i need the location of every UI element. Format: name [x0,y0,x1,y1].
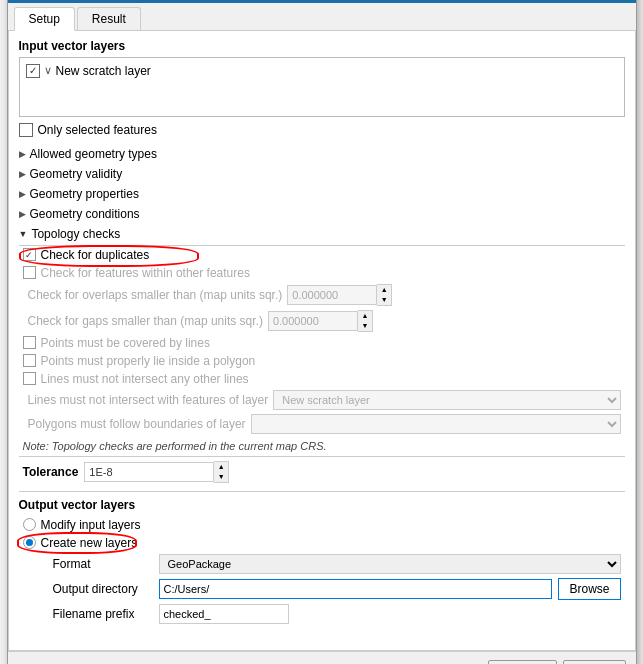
check-features-within-row: Check for features within other features [19,264,625,282]
section-label-3: Geometry conditions [30,207,140,221]
main-content: Input vector layers ✓ ∨ New scratch laye… [8,31,636,651]
output-section-label: Output vector layers [19,498,625,512]
triangle-icon-2: ▶ [19,189,26,199]
section-label-0: Allowed geometry types [30,147,157,161]
check-overlaps-row: Check for overlaps smaller than (map uni… [19,282,625,308]
section-geometry-conditions-toggle[interactable]: ▶ Geometry conditions [19,205,625,223]
radio-create-row: Create new layers [19,534,625,552]
section-allowed-geometry-toggle[interactable]: ▶ Allowed geometry types [19,145,625,163]
triangle-icon-3: ▶ [19,209,26,219]
tolerance-spin-up[interactable]: ▲ [214,462,228,472]
check-points-covered-label: Points must be covered by lines [41,336,210,350]
section-topology-checks: ▼ Topology checks [19,225,625,243]
check-gaps-label: Check for gaps smaller than (map units s… [28,314,263,328]
check-overlaps-input[interactable] [287,285,377,305]
section-geometry-properties-toggle[interactable]: ▶ Geometry properties [19,185,625,203]
output-dir-input[interactable] [159,579,553,599]
radio-modify-label: Modify input layers [41,518,141,532]
button-bar: Close Help [8,651,636,665]
triangle-icon: ▶ [19,149,26,159]
layer-name-label: New scratch layer [56,64,151,78]
section-geometry-conditions: ▶ Geometry conditions [19,205,625,223]
check-duplicates-checkbox[interactable]: ✓ [23,248,36,261]
section-geometry-properties: ▶ Geometry properties [19,185,625,203]
check-polygons-label: Polygons must follow boundaries of layer [28,417,246,431]
check-features-within-checkbox[interactable] [23,266,36,279]
overlaps-spin-down[interactable]: ▼ [377,295,391,305]
section-label-2: Geometry properties [30,187,139,201]
gaps-spin-up[interactable]: ▲ [358,311,372,321]
only-selected-checkbox[interactable]: ✓ [19,123,33,137]
section-geometry-validity: ▶ Geometry validity [19,165,625,183]
section-geometry-validity-toggle[interactable]: ▶ Geometry validity [19,165,625,183]
bottom-spacer [19,626,625,642]
tolerance-input[interactable] [84,462,214,482]
check-lines-intersect-checkbox[interactable] [23,372,36,385]
check-polygons-row: Polygons must follow boundaries of layer [19,412,625,436]
tolerance-spin-arrows: ▲ ▼ [214,461,229,483]
only-selected-label: Only selected features [38,123,157,137]
check-points-polygon-checkbox[interactable] [23,354,36,367]
radio-modify-row: Modify input layers [19,516,625,534]
check-points-polygon-label: Points must properly lie inside a polygo… [41,354,256,368]
check-duplicates-row: ✓ Check for duplicates [19,246,625,264]
prefix-input[interactable] [159,604,289,624]
check-gaps-row: Check for gaps smaller than (map units s… [19,308,625,334]
tab-bar: Setup Result [8,3,636,31]
gaps-spin-down[interactable]: ▼ [358,321,372,331]
check-duplicates-label: Check for duplicates [41,248,150,262]
layer-vector-icon: ∨ [44,64,52,77]
format-row: Format GeoPackage [49,552,625,576]
output-dir-label: Output directory [53,582,153,596]
check-points-polygon-row: Points must properly lie inside a polygo… [19,352,625,370]
prefix-label: Filename prefix [53,607,153,621]
check-overlaps-label: Check for overlaps smaller than (map uni… [28,288,283,302]
only-selected-row: ✓ Only selected features [19,123,625,137]
input-section-label: Input vector layers [19,39,625,53]
section-topology-checks-toggle[interactable]: ▼ Topology checks [19,225,625,243]
tolerance-row: Tolerance ▲ ▼ [19,456,625,487]
tolerance-spin-down[interactable]: ▼ [214,472,228,482]
dialog: Q Check Geometries × Setup Result Input … [7,0,637,664]
radio-create[interactable] [23,536,36,549]
help-button[interactable]: Help [563,660,626,665]
tolerance-label: Tolerance [23,465,79,479]
topology-checks-content: ✓ Check for duplicates Check for feature… [19,245,625,436]
section-allowed-geometry: ▶ Allowed geometry types [19,145,625,163]
overlaps-spin-arrows: ▲ ▼ [377,284,392,306]
tab-setup[interactable]: Setup [14,7,75,31]
format-label: Format [53,557,153,571]
close-button[interactable]: Close [488,660,557,665]
format-dropdown[interactable]: GeoPackage [159,554,621,574]
overlaps-spin-up[interactable]: ▲ [377,285,391,295]
check-duplicates-wrapper: ✓ Check for duplicates [19,246,625,264]
output-dir-row: Output directory Browse [49,576,625,602]
browse-button[interactable]: Browse [558,578,620,600]
check-features-within-label: Check for features within other features [41,266,250,280]
check-lines-features-label: Lines must not intersect with features o… [28,393,269,407]
prefix-row: Filename prefix [49,602,625,626]
input-vector-box: ✓ ∨ New scratch layer [19,57,625,117]
output-section: Output vector layers Modify input layers… [19,491,625,626]
check-gaps-input[interactable] [268,311,358,331]
topology-note: Note: Topology checks are performed in t… [19,436,625,456]
check-lines-features-row: Lines must not intersect with features o… [19,388,625,412]
layer-item: ✓ ∨ New scratch layer [24,62,620,80]
gaps-spin-arrows: ▲ ▼ [358,310,373,332]
radio-modify[interactable] [23,518,36,531]
polygons-dropdown[interactable] [251,414,621,434]
lines-features-dropdown[interactable]: New scratch layer [273,390,620,410]
section-label-4: Topology checks [31,227,120,241]
radio-create-label: Create new layers [41,536,138,550]
check-lines-intersect-row: Lines must not intersect any other lines [19,370,625,388]
radio-create-wrapper: Create new layers [19,534,625,552]
check-points-covered-row: Points must be covered by lines [19,334,625,352]
check-points-covered-checkbox[interactable] [23,336,36,349]
section-label-1: Geometry validity [30,167,123,181]
tab-result[interactable]: Result [77,7,141,30]
triangle-icon-1: ▶ [19,169,26,179]
triangle-icon-4: ▼ [19,229,28,239]
layer-checkbox[interactable]: ✓ [26,64,40,78]
check-lines-intersect-label: Lines must not intersect any other lines [41,372,249,386]
